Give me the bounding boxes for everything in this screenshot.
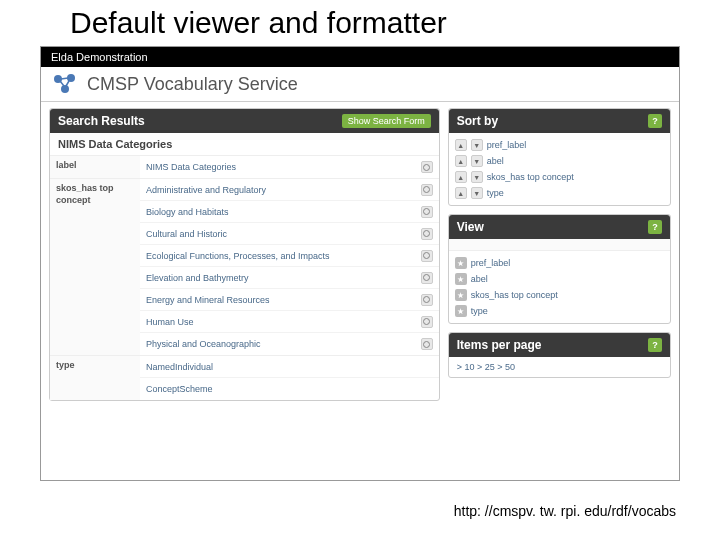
result-value[interactable]: NamedIndividual: [140, 356, 439, 378]
sort-desc-icon[interactable]: ▼: [471, 187, 483, 199]
magnifier-icon[interactable]: [421, 250, 433, 262]
magnifier-icon[interactable]: [421, 184, 433, 196]
star-icon[interactable]: ★: [455, 305, 467, 317]
blank-row: [449, 239, 670, 251]
result-row: label NIMS Data Categories: [50, 156, 439, 179]
value-text: Elevation and Bathymetry: [146, 273, 249, 283]
value-text: Ecological Functions, Processes, and Imp…: [146, 251, 330, 261]
view-label: pref_label: [471, 258, 511, 268]
star-icon[interactable]: ★: [455, 257, 467, 269]
magnifier-icon[interactable]: [421, 294, 433, 306]
result-value[interactable]: Cultural and Historic: [140, 223, 439, 245]
search-results-title: Search Results: [58, 114, 145, 128]
sort-option[interactable]: ▲▼skos_has top concept: [455, 169, 664, 185]
content-columns: Search Results Show Search Form NIMS Dat…: [41, 102, 679, 415]
view-option[interactable]: ★pref_label: [455, 255, 664, 271]
svg-point-1: [67, 74, 75, 82]
svg-line-3: [60, 81, 64, 86]
view-label: abel: [471, 274, 488, 284]
sort-option[interactable]: ▲▼abel: [455, 153, 664, 169]
result-row: type NamedIndividual ConceptScheme: [50, 356, 439, 400]
star-icon[interactable]: ★: [455, 289, 467, 301]
result-value[interactable]: Elevation and Bathymetry: [140, 267, 439, 289]
sort-label: skos_has top concept: [487, 172, 574, 182]
magnifier-icon[interactable]: [421, 161, 433, 173]
star-icon[interactable]: ★: [455, 273, 467, 285]
sort-desc-icon[interactable]: ▼: [471, 171, 483, 183]
sort-by-title: Sort by: [457, 114, 498, 128]
result-value[interactable]: Administrative and Regulatory: [140, 179, 439, 201]
items-per-page-title: Items per page: [457, 338, 542, 352]
sort-asc-icon[interactable]: ▲: [455, 155, 467, 167]
view-label: type: [471, 306, 488, 316]
window-title-bar: Elda Demonstration: [41, 47, 679, 67]
magnifier-icon[interactable]: [421, 228, 433, 240]
service-title: CMSP Vocabulary Service: [87, 74, 298, 95]
result-value[interactable]: Energy and Mineral Resources: [140, 289, 439, 311]
view-label: skos_has top concept: [471, 290, 558, 300]
magnifier-icon[interactable]: [421, 206, 433, 218]
result-value[interactable]: Physical and Oceanographic: [140, 333, 439, 355]
sort-option[interactable]: ▲▼type: [455, 185, 664, 201]
value-text: Cultural and Historic: [146, 229, 227, 239]
view-option[interactable]: ★skos_has top concept: [455, 287, 664, 303]
view-panel: View ? ★pref_label ★abel ★skos_has top c…: [448, 214, 671, 324]
sort-desc-icon[interactable]: ▼: [471, 155, 483, 167]
sort-by-panel: Sort by ? ▲▼pref_label ▲▼abel ▲▼skos_has…: [448, 108, 671, 206]
slide-title: Default viewer and formatter: [0, 0, 720, 46]
sort-label: type: [487, 188, 504, 198]
result-value[interactable]: Ecological Functions, Processes, and Imp…: [140, 245, 439, 267]
result-group-title: NIMS Data Categories: [50, 133, 439, 156]
help-icon[interactable]: ?: [648, 338, 662, 352]
view-option[interactable]: ★type: [455, 303, 664, 319]
help-icon[interactable]: ?: [648, 114, 662, 128]
value-text: ConceptScheme: [146, 384, 213, 394]
svg-line-5: [61, 78, 68, 79]
sort-asc-icon[interactable]: ▲: [455, 187, 467, 199]
sort-label: abel: [487, 156, 504, 166]
magnifier-icon[interactable]: [421, 272, 433, 284]
search-results-panel: Search Results Show Search Form NIMS Dat…: [49, 108, 440, 401]
help-icon[interactable]: ?: [648, 220, 662, 234]
items-per-page-panel: Items per page ? > 10 > 25 > 50: [448, 332, 671, 378]
view-header: View ?: [449, 215, 670, 239]
value-text: Physical and Oceanographic: [146, 339, 261, 349]
row-label: skos_has top concept: [50, 179, 140, 355]
row-label: type: [50, 356, 140, 400]
view-title: View: [457, 220, 484, 234]
window-title: Elda Demonstration: [51, 51, 148, 63]
sort-by-header: Sort by ?: [449, 109, 670, 133]
magnifier-icon[interactable]: [421, 316, 433, 328]
value-text: NamedIndividual: [146, 362, 213, 372]
left-column: Search Results Show Search Form NIMS Dat…: [49, 108, 440, 409]
result-row: skos_has top concept Administrative and …: [50, 179, 439, 356]
result-value[interactable]: Human Use: [140, 311, 439, 333]
service-header: CMSP Vocabulary Service: [41, 67, 679, 102]
svg-point-2: [61, 85, 69, 93]
search-results-header: Search Results Show Search Form: [50, 109, 439, 133]
show-search-form-button[interactable]: Show Search Form: [342, 114, 431, 128]
value-text: Energy and Mineral Resources: [146, 295, 270, 305]
right-column: Sort by ? ▲▼pref_label ▲▼abel ▲▼skos_has…: [448, 108, 671, 409]
sort-desc-icon[interactable]: ▼: [471, 139, 483, 151]
footer-url: http: //cmspv. tw. rpi. edu/rdf/vocabs: [454, 503, 676, 519]
result-value[interactable]: Biology and Habitats: [140, 201, 439, 223]
sort-option[interactable]: ▲▼pref_label: [455, 137, 664, 153]
items-per-page-options[interactable]: > 10 > 25 > 50: [449, 357, 670, 377]
magnifier-icon[interactable]: [421, 338, 433, 350]
row-label: label: [50, 156, 140, 178]
sort-asc-icon[interactable]: ▲: [455, 171, 467, 183]
value-text: NIMS Data Categories: [146, 162, 236, 172]
value-text: Administrative and Regulatory: [146, 185, 266, 195]
logo-icon: [51, 73, 79, 95]
view-option[interactable]: ★abel: [455, 271, 664, 287]
result-value[interactable]: ConceptScheme: [140, 378, 439, 400]
svg-line-4: [66, 81, 69, 86]
sort-asc-icon[interactable]: ▲: [455, 139, 467, 151]
result-value[interactable]: NIMS Data Categories: [140, 156, 439, 178]
sort-label: pref_label: [487, 140, 527, 150]
app-screenshot: Elda Demonstration CMSP Vocabulary Servi…: [40, 46, 680, 481]
value-text: Biology and Habitats: [146, 207, 229, 217]
value-text: Human Use: [146, 317, 194, 327]
items-per-page-header: Items per page ?: [449, 333, 670, 357]
